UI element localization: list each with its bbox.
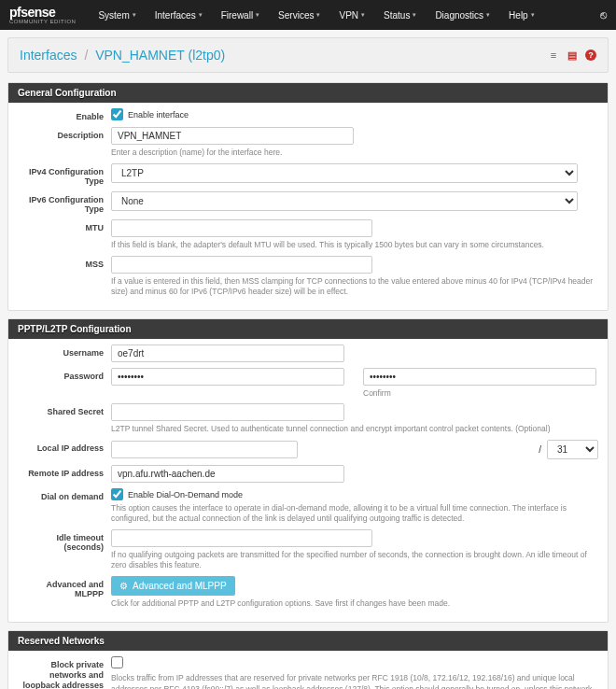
dod-checkbox[interactable] xyxy=(111,488,123,500)
brand-logo[interactable]: pfsense COMMUNITY EDITION xyxy=(9,6,76,24)
localip-netmask-select[interactable]: 31 xyxy=(547,440,598,459)
password-confirm-label: Confirm xyxy=(363,388,596,398)
nav-status[interactable]: Status▾ xyxy=(374,10,426,21)
secret-input[interactable] xyxy=(111,403,344,421)
nav-items: System▾ Interfaces▾ Firewall▾ Services▾ … xyxy=(89,10,543,21)
panel-general-head: General Configuration xyxy=(8,83,608,103)
ipv4type-select[interactable]: L2TP xyxy=(111,163,578,183)
blockpriv-help: Blocks traffic from IP addresses that ar… xyxy=(111,673,598,689)
localip-slash: / xyxy=(539,444,541,455)
breadcrumb: Interfaces / VPN_HAMNET (l2tp0) xyxy=(20,48,225,63)
caret-icon: ▾ xyxy=(531,11,535,19)
caret-icon: ▾ xyxy=(256,11,259,19)
caret-icon: ▾ xyxy=(413,11,416,19)
idle-help: If no qualifying outgoing packets are tr… xyxy=(111,550,598,570)
blockpriv-label: Block private networks and loopback addr… xyxy=(18,656,111,689)
advanced-label: Advanced and MLPPP xyxy=(18,576,111,598)
dod-text: Enable Dial-On-Demand mode xyxy=(128,490,243,499)
breadcrumb-root[interactable]: Interfaces xyxy=(20,48,77,63)
advanced-help: Click for additional PPTP and L2TP confi… xyxy=(111,598,598,609)
advanced-mlppp-button[interactable]: ⚙ Advanced and MLPPP xyxy=(111,576,235,596)
caret-icon: ▾ xyxy=(361,11,365,19)
mtu-label: MTU xyxy=(18,219,111,232)
caret-icon: ▾ xyxy=(486,11,490,19)
brand-main: pfsense xyxy=(9,6,76,19)
top-navbar: pfsense COMMUNITY EDITION System▾ Interf… xyxy=(0,0,616,30)
idle-input[interactable] xyxy=(111,529,372,547)
password-label: Password xyxy=(18,368,111,381)
description-label: Description xyxy=(18,127,111,140)
breadcrumb-current[interactable]: VPN_HAMNET (l2tp0) xyxy=(95,48,225,63)
mss-label: MSS xyxy=(18,256,111,269)
mtu-help: If this field is blank, the adapter's de… xyxy=(111,240,598,250)
logout-icon[interactable]: ⎋ xyxy=(600,8,607,21)
idle-label: Idle timeout (seconds) xyxy=(18,529,111,552)
remoteip-label: Remote IP address xyxy=(18,465,111,478)
status-log-icon[interactable]: ≡ xyxy=(548,49,559,61)
panel-reserved: Reserved Networks Block private networks… xyxy=(7,630,609,689)
password-input[interactable] xyxy=(111,368,344,386)
mtu-input[interactable] xyxy=(111,219,372,237)
nav-interfaces[interactable]: Interfaces▾ xyxy=(146,10,212,21)
caret-icon: ▾ xyxy=(133,11,136,19)
ipv6type-select[interactable]: None xyxy=(111,191,578,211)
caret-icon: ▾ xyxy=(199,11,203,19)
nav-services[interactable]: Services▾ xyxy=(269,10,329,21)
enable-text: Enable interface xyxy=(128,110,189,120)
caret-icon: ▾ xyxy=(316,11,320,19)
panel-pptp: PPTP/L2TP Configuration Username Passwor… xyxy=(7,318,609,623)
enable-label: Enable xyxy=(18,108,111,121)
panel-pptp-head: PPTP/L2TP Configuration xyxy=(8,319,608,339)
help-icon[interactable]: ? xyxy=(585,49,596,61)
nav-vpn[interactable]: VPN▾ xyxy=(329,10,374,21)
description-input[interactable] xyxy=(111,127,354,145)
nav-diagnostics[interactable]: Diagnostics▾ xyxy=(426,10,499,21)
nav-system[interactable]: System▾ xyxy=(89,10,145,21)
mss-input[interactable] xyxy=(111,256,372,274)
secret-label: Shared Secret xyxy=(18,403,111,416)
panel-general: General Configuration Enable Enable inte… xyxy=(7,82,609,311)
remoteip-input[interactable] xyxy=(111,465,344,483)
description-help: Enter a description (name) for the inter… xyxy=(111,148,598,158)
localip-input[interactable] xyxy=(111,441,298,458)
ipv6type-label: IPv6 Configuration Type xyxy=(18,191,111,214)
localip-label: Local IP address xyxy=(18,440,111,453)
gear-icon: ⚙ xyxy=(119,581,128,591)
list-icon[interactable]: ▤ xyxy=(567,49,578,61)
breadcrumb-bar: Interfaces / VPN_HAMNET (l2tp0) ≡ ▤ ? xyxy=(7,37,609,73)
nav-help[interactable]: Help▾ xyxy=(499,10,544,21)
enable-checkbox[interactable] xyxy=(111,108,123,120)
nav-firewall[interactable]: Firewall▾ xyxy=(212,10,269,21)
dod-help: This option causes the interface to oper… xyxy=(111,503,598,524)
username-label: Username xyxy=(18,344,111,358)
panel-reserved-head: Reserved Networks xyxy=(8,631,608,651)
password-confirm-input[interactable] xyxy=(363,368,596,386)
ipv4type-label: IPv4 Configuration Type xyxy=(18,163,111,186)
blockpriv-checkbox[interactable] xyxy=(111,656,123,668)
mss-help: If a value is entered in this field, the… xyxy=(111,276,598,297)
username-input[interactable] xyxy=(111,344,344,362)
secret-help: L2TP tunnel Shared Secret. Used to authe… xyxy=(111,424,598,434)
dod-label: Dial on demand xyxy=(18,488,111,501)
brand-sub: COMMUNITY EDITION xyxy=(9,19,76,24)
